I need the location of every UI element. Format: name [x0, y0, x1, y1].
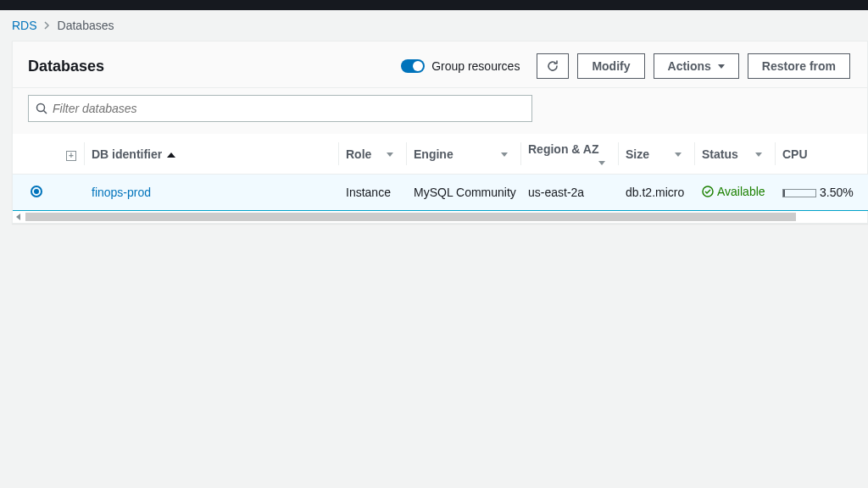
- cell-role: Instance: [339, 175, 407, 211]
- scroll-left-icon[interactable]: [16, 214, 20, 220]
- sort-icon: [598, 161, 605, 165]
- panel-header: Databases Group resources Modify Actions…: [13, 42, 867, 88]
- modify-button[interactable]: Modify: [577, 53, 644, 79]
- cell-engine: MySQL Community: [407, 175, 521, 211]
- breadcrumb: RDS Databases: [0, 10, 868, 41]
- scroll-thumb[interactable]: [25, 213, 796, 221]
- databases-panel: Databases Group resources Modify Actions…: [12, 41, 868, 224]
- sort-icon: [387, 152, 393, 157]
- expand-all-icon[interactable]: +: [66, 151, 76, 161]
- sort-icon: [755, 152, 762, 157]
- breadcrumb-root-link[interactable]: RDS: [12, 19, 37, 32]
- filter-input-wrap: [28, 95, 532, 122]
- column-role[interactable]: Role: [339, 134, 407, 175]
- group-resources-toggle-wrap: Group resources: [401, 59, 520, 73]
- filter-input[interactable]: [47, 102, 525, 115]
- sort-icon: [501, 152, 508, 157]
- group-resources-label: Group resources: [431, 59, 520, 73]
- check-circle-icon: [702, 186, 714, 197]
- breadcrumb-current: Databases: [58, 19, 114, 32]
- svg-line-1: [44, 111, 47, 114]
- db-identifier-link[interactable]: finops-prod: [92, 186, 151, 199]
- column-select: [13, 134, 59, 175]
- column-size[interactable]: Size: [619, 134, 695, 175]
- refresh-icon: [546, 59, 559, 73]
- cell-region-az: us-east-2a: [521, 175, 619, 211]
- group-resources-toggle[interactable]: [401, 59, 425, 73]
- chevron-right-icon: [44, 19, 51, 32]
- row-radio[interactable]: [31, 186, 42, 197]
- column-region-az[interactable]: Region & AZ: [521, 134, 619, 175]
- search-icon: [36, 103, 47, 114]
- actions-label: Actions: [668, 59, 711, 73]
- status-badge: Available: [702, 185, 765, 198]
- column-cpu[interactable]: CPU: [776, 134, 868, 175]
- cell-cpu: 3.50%: [776, 175, 868, 211]
- header-actions: Group resources Modify Actions Restore f…: [401, 53, 850, 79]
- actions-button[interactable]: Actions: [654, 53, 739, 79]
- table-row[interactable]: finops-prod Instance MySQL Community us-…: [13, 175, 868, 211]
- cell-size: db.t2.micro: [619, 175, 695, 211]
- databases-table: + DB identifier Role Engine Region & AZ …: [13, 134, 868, 211]
- horizontal-scrollbar[interactable]: [13, 211, 867, 223]
- sort-asc-icon: [167, 152, 175, 158]
- column-status[interactable]: Status: [695, 134, 776, 175]
- refresh-button[interactable]: [537, 53, 569, 79]
- caret-down-icon: [718, 64, 725, 69]
- table-header-row: + DB identifier Role Engine Region & AZ …: [13, 134, 868, 175]
- column-engine[interactable]: Engine: [407, 134, 521, 175]
- column-expand[interactable]: +: [59, 134, 85, 175]
- filter-row: [13, 88, 867, 134]
- top-nav-bar: [0, 0, 868, 10]
- cpu-meter: [782, 189, 816, 197]
- sort-icon: [675, 152, 682, 157]
- column-db-identifier[interactable]: DB identifier: [85, 134, 339, 175]
- page-title: Databases: [28, 58, 104, 75]
- restore-button[interactable]: Restore from: [748, 53, 850, 79]
- svg-point-0: [37, 104, 45, 112]
